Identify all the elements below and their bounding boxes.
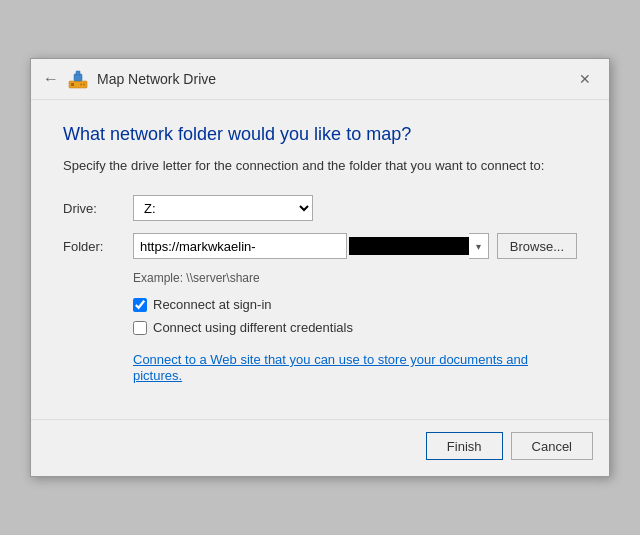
reconnect-checkbox[interactable]	[133, 298, 147, 312]
back-arrow-icon[interactable]: ←	[43, 70, 59, 88]
folder-input[interactable]	[133, 233, 347, 259]
dialog-footer: Finish Cancel	[31, 419, 609, 476]
credentials-checkbox[interactable]	[133, 321, 147, 335]
network-drive-icon	[67, 68, 89, 90]
credentials-row: Connect using different credentials	[133, 320, 577, 335]
reconnect-label: Reconnect at sign-in	[153, 297, 272, 312]
drive-controls: Z: Y: X: W:	[133, 195, 577, 221]
title-bar: ← Map Network Drive ✕	[31, 59, 609, 100]
example-text: Example: \\server\share	[133, 271, 577, 285]
folder-label: Folder:	[63, 239, 133, 254]
web-link-row: Connect to a Web site that you can use t…	[133, 351, 577, 383]
dialog-title: Map Network Drive	[97, 71, 216, 87]
folder-input-wrapper: ▾	[133, 233, 489, 259]
folder-row: Folder: ▾ Browse...	[63, 233, 577, 259]
drive-row: Drive: Z: Y: X: W:	[63, 195, 577, 221]
redacted-content	[349, 237, 469, 255]
drive-label: Drive:	[63, 201, 133, 216]
drive-select[interactable]: Z: Y: X: W:	[133, 195, 313, 221]
title-bar-left: ← Map Network Drive	[43, 68, 216, 90]
dialog-content: What network folder would you like to ma…	[31, 100, 609, 403]
finish-button[interactable]: Finish	[426, 432, 503, 460]
main-heading: What network folder would you like to ma…	[63, 124, 577, 145]
svg-point-2	[80, 83, 82, 85]
folder-controls: ▾ Browse...	[133, 233, 577, 259]
close-button[interactable]: ✕	[573, 67, 597, 91]
credentials-label: Connect using different credentials	[153, 320, 353, 335]
svg-rect-1	[71, 83, 74, 86]
reconnect-row: Reconnect at sign-in	[133, 297, 577, 312]
svg-point-3	[83, 83, 85, 85]
web-link[interactable]: Connect to a Web site that you can use t…	[133, 352, 528, 383]
map-network-drive-dialog: ← Map Network Drive ✕ What network folde…	[30, 58, 610, 477]
cancel-button[interactable]: Cancel	[511, 432, 593, 460]
svg-rect-5	[76, 71, 80, 75]
folder-dropdown-button[interactable]: ▾	[469, 233, 489, 259]
browse-button[interactable]: Browse...	[497, 233, 577, 259]
sub-text: Specify the drive letter for the connect…	[63, 157, 577, 175]
